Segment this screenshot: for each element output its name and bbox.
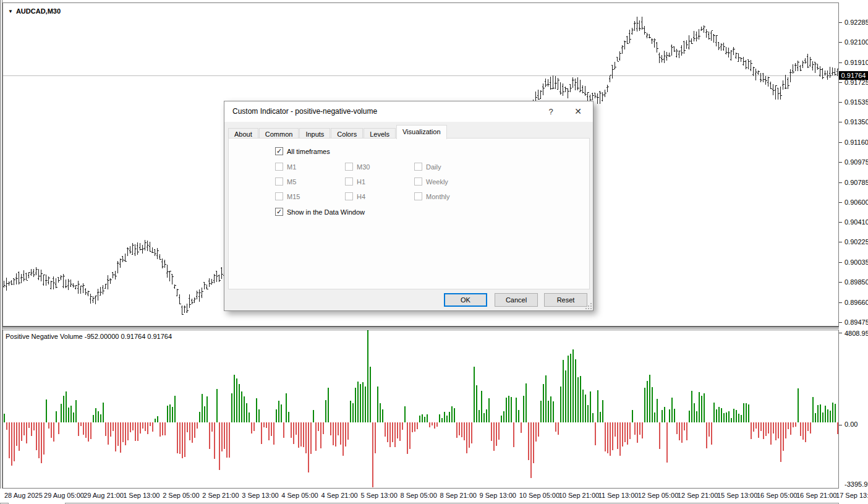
price-axis-tick-mark	[839, 322, 842, 323]
time-axis-label: 8 Sep 21:00	[440, 492, 477, 499]
price-axis-tick-mark	[839, 242, 842, 242]
time-axis-label: 16 Sep 05:00	[757, 492, 797, 499]
pane-splitter-line-2[interactable]	[2, 328, 839, 328]
time-axis-label: 12 Sep 21:00	[678, 492, 718, 499]
ok-button[interactable]: OK	[444, 293, 487, 307]
checkbox-box	[345, 163, 353, 171]
checkbox-monthly: Monthly	[414, 192, 450, 200]
close-button[interactable]: ✕	[566, 101, 590, 122]
price-axis-tick-label: 0.91535	[845, 98, 868, 106]
time-axis-label: 10 Sep 05:00	[519, 492, 560, 499]
price-axis-tick-mark	[839, 222, 842, 223]
checkbox-weekly: Weekly	[414, 177, 448, 186]
price-axis-tick-mark	[839, 42, 842, 43]
time-axis-label: 1 Sep 13:00	[123, 492, 160, 499]
current-price-tag: 0.91764	[839, 71, 868, 80]
price-axis-tick-mark	[839, 182, 842, 183]
checkbox-label: All timeframes	[287, 148, 330, 155]
pane-splitter-line-1[interactable]	[2, 327, 839, 327]
metatrader-chart-window: ▼ AUDCAD,M30 Positive Negative Volume -9…	[0, 0, 868, 504]
price-axis-tick-label: 0.90975	[845, 158, 868, 166]
reset-button[interactable]: Reset	[544, 293, 587, 307]
price-axis-tick-label: 0.91910	[845, 59, 868, 66]
time-axis-label: 29 Aug 21:00	[83, 492, 124, 499]
checkbox-label: Monthly	[426, 193, 450, 200]
time-axis-label: 15 Sep 13:00	[717, 492, 757, 499]
price-axis-tick-label: 0.90410	[845, 218, 868, 226]
time-axis-label: 5 Sep 13:00	[360, 492, 397, 499]
price-axis-tick-mark	[839, 122, 842, 122]
checkbox-m15: M15	[275, 192, 300, 200]
checkbox-show-in-data-window[interactable]: ✓Show in the Data Window	[275, 208, 365, 216]
price-axis-tick-label: 0.89660	[845, 299, 868, 306]
time-axis-label: 4 Sep 21:00	[321, 492, 357, 499]
indicator-axis-tick-mark	[839, 425, 842, 425]
checkbox-all-timeframes[interactable]: ✓All timeframes	[275, 147, 330, 155]
checkbox-label: H1	[357, 178, 365, 186]
indicator-axis[interactable]: 4808.950.00-3395.95	[839, 330, 868, 489]
price-axis-tick-label: 0.92100	[845, 38, 868, 46]
volume-bars-negative	[7, 422, 838, 487]
checkbox-label: Show in the Data Window	[287, 208, 365, 216]
price-axis-tick-label: 0.90785	[845, 179, 868, 186]
checkbox-box	[275, 163, 283, 171]
time-axis-label: 29 Aug 05:00	[44, 492, 84, 499]
price-axis-tick-label: 0.89475	[845, 318, 868, 326]
dialog-tab-strip: AboutCommonInputsColorsLevelsVisualizati…	[228, 125, 589, 138]
indicator-axis-tick-mark	[839, 333, 842, 333]
price-axis-tick-mark	[839, 22, 842, 23]
time-axis-label: 28 Aug 2025	[4, 492, 43, 499]
price-axis-tick-label: 0.91160	[845, 139, 868, 146]
price-axis-tick-mark	[839, 162, 842, 163]
checkbox-m5: M5	[275, 177, 296, 186]
price-axis-tick-label: 0.89850	[845, 278, 868, 286]
price-axis-tick-mark	[839, 262, 842, 263]
price-axis[interactable]: 0.922850.921000.919100.917250.915350.913…	[839, 2, 868, 327]
price-axis-tick-label: 0.90035	[845, 258, 868, 266]
checkbox-box	[414, 192, 422, 200]
checkbox-label: H4	[357, 193, 365, 200]
time-axis-label: 2 Sep 05:00	[163, 492, 199, 499]
time-axis-label: 2 Sep 21:00	[202, 492, 239, 499]
indicator-canvas[interactable]	[3, 330, 838, 488]
checkbox-label: M5	[287, 178, 296, 186]
indicator-axis-tick-label: 0.00	[845, 421, 857, 428]
checkbox-box	[275, 192, 283, 200]
cancel-button[interactable]: Cancel	[495, 293, 538, 307]
checkbox-label: M1	[287, 163, 296, 171]
time-axis-label: 12 Sep 05:00	[638, 492, 678, 499]
time-axis-label: 4 Sep 05:00	[281, 492, 318, 499]
checkbox-m1: M1	[275, 163, 296, 171]
volume-bars-positive	[4, 330, 835, 422]
dialog-titlebar[interactable]: Custom Indicator - positive-negative-vol…	[224, 101, 593, 122]
time-axis[interactable]: 28 Aug 202529 Aug 05:0029 Aug 21:001 Sep…	[0, 489, 868, 503]
custom-indicator-dialog: Custom Indicator - positive-negative-vol…	[224, 101, 594, 311]
checkbox-box	[275, 177, 283, 186]
price-axis-tick-mark	[839, 102, 842, 103]
checkbox-box	[345, 192, 353, 200]
price-axis-tick-mark	[839, 62, 842, 63]
price-axis-tick-mark	[839, 282, 842, 283]
resize-grip-icon[interactable]	[585, 303, 592, 309]
dialog-title: Custom Indicator - positive-negative-vol…	[232, 107, 377, 116]
tab-visualization[interactable]: Visualization	[396, 125, 447, 139]
time-axis-label: 17 Sep 13:00	[836, 492, 868, 499]
checkbox-h4: H4	[345, 192, 365, 200]
checkbox-label: M30	[357, 163, 370, 171]
indicator-axis-tick-label: 4808.95	[845, 330, 868, 337]
price-axis-tick-label: 0.92285	[845, 19, 868, 26]
price-axis-tick-label: 0.90600	[845, 199, 868, 206]
checkbox-box[interactable]: ✓	[275, 147, 283, 155]
price-axis-tick-label: 0.91350	[845, 118, 868, 126]
checkbox-box	[345, 177, 353, 186]
checkbox-box[interactable]: ✓	[275, 208, 283, 216]
time-axis-label: 9 Sep 13:00	[480, 492, 516, 499]
indicator-axis-tick-label: -3395.95	[845, 481, 868, 488]
time-axis-label: 16 Sep 21:00	[796, 492, 836, 499]
help-button[interactable]: ?	[538, 101, 563, 122]
checkbox-label: M15	[287, 193, 300, 200]
time-axis-label: 8 Sep 05:00	[401, 492, 437, 499]
checkbox-box	[414, 177, 422, 186]
price-axis-tick-mark	[839, 82, 842, 83]
time-axis-label: 10 Sep 21:00	[559, 492, 599, 499]
